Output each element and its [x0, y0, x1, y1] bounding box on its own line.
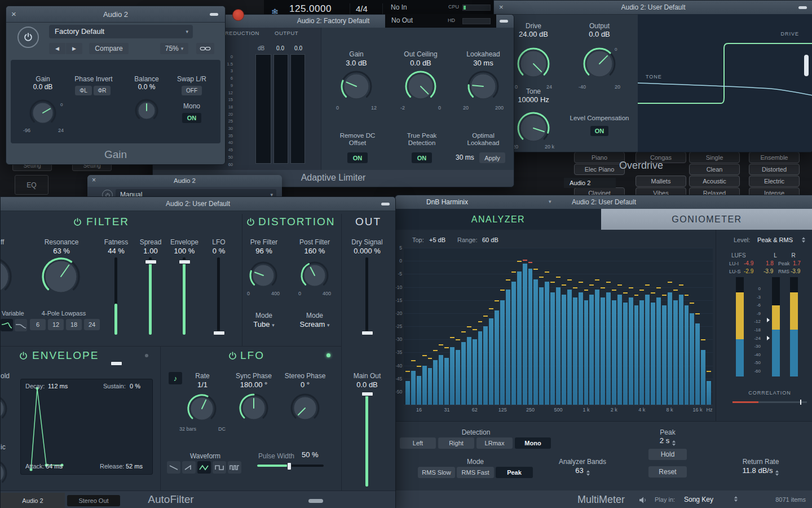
fatness-slider[interactable] — [114, 257, 117, 335]
gain-knob-value[interactable]: 0.0 dB — [20, 83, 65, 91]
bypass-button[interactable] — [17, 27, 39, 48]
pulse-width-value[interactable]: 50 % — [302, 450, 328, 459]
level-comp-on-button[interactable]: ON — [590, 126, 608, 136]
cutoff-knob[interactable] — [0, 255, 14, 300]
limiter-gain-knob[interactable] — [338, 68, 374, 106]
drive-value[interactable]: 24.00 dB — [511, 30, 556, 38]
post-filter-value[interactable]: 160 % — [292, 247, 337, 255]
speaker-icon[interactable] — [639, 496, 648, 504]
remove-dc-on-button[interactable]: ON — [347, 152, 368, 163]
multimeter-titlebar[interactable]: DnB Harminix ▾ Audio 2: User Default — [395, 195, 812, 209]
tone-value[interactable]: 10000 Hz — [508, 95, 559, 104]
track-tab[interactable]: Audio 2 — [1, 493, 65, 508]
minimize-pill[interactable] — [798, 6, 807, 9]
rate-knob[interactable] — [185, 392, 219, 427]
lfo-power-icon[interactable] — [228, 351, 237, 361]
slope-option-18[interactable]: 18 — [66, 319, 82, 330]
balance-knob[interactable] — [133, 97, 161, 126]
record-indicator[interactable] — [232, 9, 244, 21]
balance-value[interactable]: 0.0 % — [124, 83, 169, 91]
slope-option-6[interactable]: 6 — [30, 319, 46, 330]
next-preset-button[interactable]: ▶ — [66, 43, 82, 54]
pre-filter-value[interactable]: 96 % — [241, 247, 286, 255]
main-out-value[interactable]: 0.0 dB — [345, 380, 390, 389]
tab-goniometer[interactable]: GONIOMETER — [601, 209, 812, 230]
zoom-dropdown[interactable]: 75%▾ — [160, 43, 188, 54]
library-single[interactable]: Single — [689, 152, 740, 163]
lookahead-value[interactable]: 30 ms — [458, 59, 509, 67]
dry-signal-value[interactable]: 0.000 % — [345, 247, 390, 255]
compare-button[interactable]: Compare — [89, 43, 129, 54]
pre-filter-knob[interactable] — [247, 259, 280, 294]
minimize-pill[interactable] — [381, 203, 390, 205]
output-display[interactable]: No Out — [391, 16, 413, 24]
phase-right-button[interactable]: ΦR — [94, 86, 111, 95]
gain-titlebar[interactable]: × Audio 2 — [6, 6, 225, 23]
filter-shape-alt-icon[interactable] — [15, 319, 27, 331]
library-mallets[interactable]: Mallets — [636, 176, 686, 187]
time-signature[interactable]: 4/4 — [356, 4, 368, 14]
return-rate-stepper[interactable]: 11.8 dB/s — [732, 466, 789, 476]
manual-titlebar[interactable]: × Audio 2 — [87, 175, 282, 187]
output-knob[interactable] — [581, 45, 618, 84]
prev-preset-button[interactable]: ◀ — [49, 43, 65, 54]
autofilter-titlebar[interactable]: Audio 2: User Default — [1, 197, 395, 211]
rate-value[interactable]: 1/1 — [180, 380, 225, 389]
gain-knob[interactable] — [27, 97, 59, 130]
peak-time-stepper[interactable]: 2 s — [651, 436, 685, 446]
envelope-amount-slider[interactable] — [183, 257, 186, 335]
lfo-amount-slider[interactable] — [217, 257, 220, 335]
out-ceiling-knob[interactable] — [403, 68, 439, 106]
drive-knob[interactable] — [515, 45, 552, 84]
library-distorted[interactable]: Distorted — [749, 164, 800, 175]
sync-phase-value[interactable]: 180.00 ° — [231, 380, 276, 389]
envelope-power-icon[interactable] — [19, 351, 28, 361]
waveform-saw-up-icon[interactable] — [182, 461, 196, 474]
waveform-saw-down-icon[interactable] — [167, 461, 180, 474]
post-filter-knob[interactable] — [298, 259, 331, 294]
dynamic-knob[interactable] — [0, 457, 10, 491]
waveform-triangle-icon[interactable] — [197, 461, 211, 474]
phase-left-button[interactable]: ΦL — [75, 86, 92, 95]
true-peak-on-button[interactable]: ON — [412, 152, 432, 163]
link-button[interactable] — [196, 43, 214, 54]
filter-lfo-value[interactable]: 0 % — [196, 247, 241, 255]
resize-handle[interactable] — [308, 499, 323, 503]
pulse-width-slider[interactable] — [257, 465, 324, 467]
slope-option-24[interactable]: 24 — [84, 319, 100, 330]
library-ensemble[interactable]: Ensemble — [749, 152, 800, 163]
library-piano[interactable]: Piano — [574, 152, 625, 163]
spread-slider[interactable] — [149, 257, 152, 335]
minimize-pill[interactable] — [500, 20, 508, 23]
input-display[interactable]: No In — [391, 3, 407, 11]
swap-off-button[interactable]: OFF — [182, 86, 202, 95]
library-clean[interactable]: Clean — [689, 164, 740, 175]
tone-knob[interactable] — [515, 110, 552, 148]
mono-on-button[interactable]: ON — [182, 113, 201, 123]
apply-button[interactable]: Apply — [479, 152, 505, 163]
detection-option-right[interactable]: Right — [438, 437, 474, 449]
sync-phase-knob[interactable] — [237, 391, 271, 427]
output-value[interactable]: 0.0 dB — [577, 30, 622, 38]
minimize-pill[interactable] — [210, 13, 218, 16]
top-value[interactable]: +5 dB — [429, 237, 445, 243]
hold-button[interactable]: Hold — [648, 449, 687, 460]
mode-option-rms-fast[interactable]: RMS Fast — [457, 467, 494, 478]
reset-button[interactable]: Reset — [648, 466, 687, 478]
overdrive-titlebar[interactable]: × Audio 2: User Default — [494, 1, 812, 15]
filter-power-icon[interactable] — [73, 217, 82, 227]
level-value[interactable]: Peak & RMS — [757, 237, 793, 243]
limiter-gain-value[interactable]: 3.0 dB — [331, 59, 382, 67]
preset-dropdown[interactable]: Factory Default ▾ — [49, 25, 193, 38]
stereo-phase-knob[interactable] — [288, 391, 322, 427]
tab-analyzer[interactable]: ANALYZER — [395, 209, 601, 230]
post-mode-dropdown[interactable]: Scream ▾ — [292, 320, 337, 329]
graph-slider-handle[interactable] — [804, 55, 809, 76]
detection-option-lrmax[interactable]: LRmax — [476, 437, 513, 449]
slope-option-12[interactable]: 12 — [48, 319, 64, 330]
dry-signal-slider[interactable] — [365, 257, 368, 335]
analyzer-bands-stepper[interactable]: 63 — [566, 466, 599, 476]
pulse-width-handle[interactable] — [287, 462, 292, 470]
detection-option-mono[interactable]: Mono — [515, 437, 551, 449]
mode-option-rms-slow[interactable]: RMS Slow — [418, 467, 455, 478]
